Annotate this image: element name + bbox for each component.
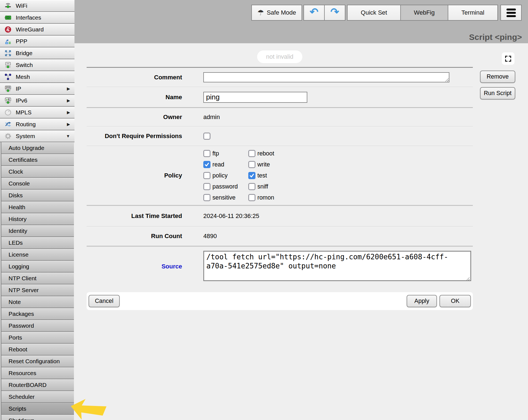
policy-label: Policy xyxy=(87,172,182,179)
sidebar-item-wireguard[interactable]: WireGuard xyxy=(0,24,74,36)
svg-text:255: 255 xyxy=(6,86,10,89)
sidebar-item-ntp-server[interactable]: NTP Server xyxy=(1,284,74,296)
sidebar-item-bridge[interactable]: Bridge xyxy=(0,47,74,59)
highlight-arrow-annotation xyxy=(67,394,108,420)
sidebar-item-ip[interactable]: 255IP▶ xyxy=(0,83,74,95)
sidebar-item-label: System xyxy=(16,133,35,139)
sidebar-item-license[interactable]: License xyxy=(1,249,74,261)
policy-option-sniff: sniff xyxy=(248,183,274,190)
actions-bar: Cancel Apply OK xyxy=(87,292,473,310)
policy-row: Policy ftpreadpolicypasswordsensitivereb… xyxy=(87,146,473,205)
tab-quick-set[interactable]: Quick Set xyxy=(347,5,401,21)
sidebar-item-label: Interfaces xyxy=(16,14,41,21)
policy-checkbox-test[interactable] xyxy=(248,172,255,179)
policy-checkbox-policy[interactable] xyxy=(203,172,210,179)
policy-checkbox-password[interactable] xyxy=(203,183,210,190)
sidebar-item-resources[interactable]: Resources xyxy=(1,367,74,379)
fullscreen-icon xyxy=(504,55,512,63)
sidebar-item-ipv6[interactable]: v6IPv6▶ xyxy=(0,95,74,107)
sidebar-item-wifi[interactable]: WiFi xyxy=(0,0,74,12)
policy-checkbox-ftp[interactable] xyxy=(203,150,210,157)
policy-checkbox-sniff[interactable] xyxy=(248,183,255,190)
hamburger-menu-button[interactable] xyxy=(500,5,522,21)
sidebar-item-switch[interactable]: Switch xyxy=(0,59,74,71)
sidebar-item-routing[interactable]: Routing▶ xyxy=(0,119,74,130)
sidebar-main-menu: WiFiInterfacesWireGuardPPPBridgeSwitchMe… xyxy=(0,0,74,142)
sidebar-item-routerboard[interactable]: RouterBOARD xyxy=(1,379,74,391)
sidebar-item-reset-configuration[interactable]: Reset Configuration xyxy=(1,356,74,367)
comment-input[interactable] xyxy=(203,72,449,82)
sidebar-item-ppp[interactable]: PPP xyxy=(0,36,74,47)
policy-checkbox-read[interactable] xyxy=(203,161,210,168)
sidebar-system-submenu: Auto UpgradeCertificatesClockConsoleDisk… xyxy=(1,142,74,420)
undo-arrow-icon: ↶ xyxy=(310,7,319,17)
source-textarea[interactable]: /tool fetch url="https://hc-ping.com/620… xyxy=(203,251,471,281)
fullscreen-button[interactable] xyxy=(502,52,514,65)
svg-text:v: v xyxy=(6,98,8,101)
sidebar-item-logging[interactable]: Logging xyxy=(1,261,74,273)
sidebar-item-note[interactable]: Note xyxy=(1,296,74,308)
sidebar-item-ntp-client[interactable]: NTP Client xyxy=(1,273,74,284)
chevron-down-icon: ▼ xyxy=(66,134,70,138)
sidebar-item-password[interactable]: Password xyxy=(1,320,74,332)
name-input[interactable] xyxy=(203,92,307,103)
sidebar-item-disks[interactable]: Disks xyxy=(1,190,74,201)
policy-checkbox-write[interactable] xyxy=(248,161,255,168)
sidebar-item-label: IP xyxy=(16,85,21,92)
policy-option-label: read xyxy=(212,161,224,168)
safe-mode-button[interactable]: ☂ Safe Mode xyxy=(251,5,302,21)
run-count-value: 4890 xyxy=(203,233,217,240)
sidebar-item-scripts[interactable]: Scripts xyxy=(1,403,74,415)
policy-option-label: romon xyxy=(257,194,274,201)
sidebar-item-interfaces[interactable]: Interfaces xyxy=(0,12,74,24)
owner-label: Owner xyxy=(87,114,182,121)
tab-terminal[interactable]: Terminal xyxy=(448,5,498,21)
sidebar-item-history[interactable]: History xyxy=(1,213,74,225)
sidebar-item-health[interactable]: Health xyxy=(1,201,74,213)
sidebar-item-mpls[interactable]: MPLS▶ xyxy=(0,107,74,119)
tab-webfig[interactable]: WebFig xyxy=(400,5,448,21)
sidebar-item-scheduler[interactable]: Scheduler xyxy=(1,391,74,403)
policy-option-label: sensitive xyxy=(212,194,236,201)
svg-text:6: 6 xyxy=(8,98,10,101)
policy-option-label: reboot xyxy=(257,150,274,157)
redo-button[interactable]: ↷ xyxy=(324,5,345,21)
sidebar-item-ports[interactable]: Ports xyxy=(1,332,74,344)
source-row: Source /tool fetch url="https://hc-ping.… xyxy=(87,246,473,286)
sidebar-item-clock[interactable]: Clock xyxy=(1,166,74,178)
run-count-row: Run Count 4890 xyxy=(87,227,473,246)
sidebar-item-console[interactable]: Console xyxy=(1,178,74,190)
ppp-icon xyxy=(4,37,12,45)
sidebar-item-leds[interactable]: LEDs xyxy=(1,237,74,249)
policy-checkbox-romon[interactable] xyxy=(248,194,255,201)
ok-button[interactable]: OK xyxy=(439,295,471,307)
redo-arrow-icon: ↷ xyxy=(330,7,339,17)
apply-button[interactable]: Apply xyxy=(407,295,437,307)
policy-checkbox-reboot[interactable] xyxy=(248,150,255,157)
sidebar-item-system[interactable]: System▼ xyxy=(0,130,74,142)
policy-checkbox-sensitive[interactable] xyxy=(203,194,210,201)
comment-row: Comment xyxy=(87,68,473,87)
sidebar-item-packages[interactable]: Packages xyxy=(1,308,74,320)
dont-require-permissions-checkbox[interactable] xyxy=(203,133,210,140)
quick-set-label: Quick Set xyxy=(361,9,387,16)
chevron-right-icon: ▶ xyxy=(67,98,70,103)
interfaces-icon xyxy=(4,14,12,21)
sidebar-item-identity[interactable]: Identity xyxy=(1,225,74,237)
policy-option-label: ftp xyxy=(212,150,219,157)
sidebar-item-label: Bridge xyxy=(16,50,33,56)
wifi-icon xyxy=(4,2,12,10)
sidebar-item-shutdown[interactable]: Shutdown xyxy=(1,415,74,420)
owner-value: admin xyxy=(203,114,220,121)
sidebar-item-reboot[interactable]: Reboot xyxy=(1,344,74,356)
undo-button[interactable]: ↶ xyxy=(303,5,325,21)
run-script-button[interactable]: Run Script xyxy=(480,87,515,99)
last-time-started-label: Last Time Started xyxy=(87,212,182,220)
sidebar-item-certificates[interactable]: Certificates xyxy=(1,154,74,166)
switch-icon xyxy=(4,61,12,69)
policy-option-label: test xyxy=(257,172,267,179)
sidebar-item-auto-upgrade[interactable]: Auto Upgrade xyxy=(1,142,74,154)
sidebar-item-mesh[interactable]: Mesh xyxy=(0,71,74,83)
remove-button[interactable]: Remove xyxy=(480,71,515,83)
cancel-button[interactable]: Cancel xyxy=(89,295,120,307)
